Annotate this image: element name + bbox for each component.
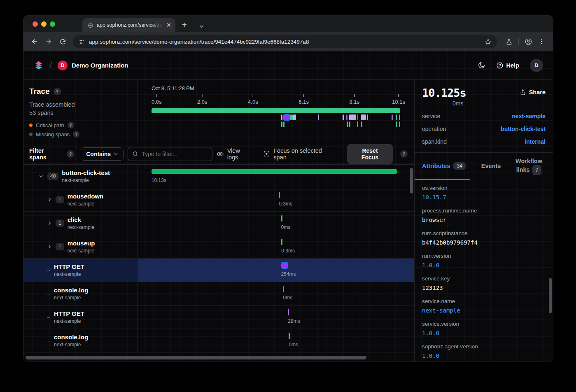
attributes-scrollbar[interactable] (549, 278, 552, 313)
reset-focus-button[interactable]: Reset Focus (347, 144, 393, 164)
new-tab-button[interactable]: + (175, 20, 193, 32)
span-row-timeline-cell[interactable]: 254ms (138, 259, 414, 282)
theme-toggle-moon-icon[interactable] (478, 61, 485, 69)
chevron-right-icon[interactable] (47, 221, 52, 226)
span-row[interactable]: 1mouseupnext-sample0.3ms (23, 235, 414, 259)
bookmark-star-icon[interactable] (485, 38, 492, 45)
org-name[interactable]: Demo Organization (72, 62, 128, 69)
span-marker[interactable] (281, 239, 282, 245)
detail-field-value[interactable]: button-click-test (501, 126, 546, 132)
legend-help-icon[interactable]: ? (68, 122, 74, 128)
minimap-span[interactable] (349, 121, 350, 127)
span-row-name-cell[interactable]: 1mousedownnext-sample (23, 188, 138, 211)
span-row[interactable]: 1mousedownnext-sample0.3ms (23, 188, 414, 212)
span-row-name-cell[interactable]: –HTTP GETnext-sample (23, 259, 138, 282)
detail-field-value[interactable]: next-sample (512, 113, 546, 119)
minimap-span[interactable] (293, 114, 296, 120)
help-button[interactable]: Help (496, 62, 519, 69)
user-avatar[interactable]: D (530, 59, 543, 72)
menu-dots-icon[interactable] (538, 38, 545, 45)
span-row-timeline-cell[interactable]: 0ms (138, 329, 414, 352)
minimize-window-button[interactable] (41, 21, 47, 27)
focus-selected-span-button[interactable]: Focus on selected span (263, 147, 336, 161)
span-marker[interactable] (289, 333, 290, 339)
span-row-name-cell[interactable]: –console.lognext-sample (23, 329, 138, 352)
chevron-right-icon[interactable] (47, 197, 52, 202)
site-settings-icon[interactable] (79, 39, 85, 45)
minimap-span[interactable] (281, 121, 282, 127)
tab-workflow-links[interactable]: Workflowlinks7 (515, 157, 542, 175)
minimap-span[interactable] (399, 114, 400, 120)
minimap-span[interactable] (357, 121, 358, 127)
maximize-window-button[interactable] (50, 21, 55, 27)
app-logo-icon[interactable] (33, 60, 44, 71)
filter-help-icon[interactable]: ? (67, 150, 74, 158)
minimap-span[interactable] (347, 121, 348, 127)
tab-attributes[interactable]: Attributes34 (422, 162, 466, 170)
minimap-span[interactable] (343, 114, 344, 120)
focus-help-icon[interactable]: ? (400, 150, 408, 158)
back-button[interactable] (28, 35, 41, 48)
view-logs-button[interactable]: View logs (217, 147, 253, 161)
org-avatar[interactable]: D (58, 61, 68, 70)
span-row[interactable]: 40button-click-testnext-sample10.13s (23, 165, 414, 188)
experiments-flask-icon[interactable] (506, 38, 513, 45)
span-table-horizontal-scrollbar[interactable] (23, 354, 414, 362)
span-table-vertical-scrollbar[interactable] (410, 168, 413, 194)
minimap-span[interactable] (367, 114, 368, 120)
minimap-span[interactable] (283, 114, 290, 121)
minimap-span-row-2[interactable] (152, 121, 405, 127)
minimap-root-bar[interactable] (152, 108, 400, 113)
close-window-button[interactable] (33, 21, 38, 27)
browser-tab[interactable]: app.sophonz.com/service/de ✕ (82, 18, 175, 32)
legend-help-icon[interactable]: ? (73, 131, 79, 138)
span-row[interactable]: –HTTP GETnext-sample254ms (23, 259, 414, 282)
span-row-name-cell[interactable]: 1clicknext-sample (23, 212, 138, 235)
span-row-timeline-cell[interactable]: 28ms (138, 306, 414, 329)
filter-operator-dropdown[interactable]: Contains (81, 147, 124, 161)
tab-events[interactable]: Events (481, 163, 501, 169)
span-row-timeline-cell[interactable]: 10.13s (138, 165, 414, 188)
chevron-right-icon[interactable] (47, 244, 52, 249)
span-row-name-cell[interactable]: –console.lognext-sample (23, 282, 138, 305)
span-row-timeline-cell[interactable]: 0.3ms (138, 235, 414, 258)
span-marker[interactable] (288, 309, 289, 315)
detail-field-value[interactable]: internal (525, 138, 546, 145)
minimap-span-row[interactable] (152, 114, 405, 120)
filter-searchbox[interactable] (128, 147, 212, 161)
hscroll-thumb[interactable] (26, 356, 366, 359)
span-row-name-cell[interactable]: –HTTP GETnext-sample (23, 306, 138, 329)
minimap-span[interactable] (318, 114, 319, 120)
minimap-span[interactable] (399, 121, 400, 127)
address-bar[interactable]: app.sophonz.com/service/demo-organizatio… (73, 35, 497, 48)
minimap-root-track[interactable] (152, 108, 405, 113)
span-marker[interactable] (152, 169, 397, 174)
trace-help-icon[interactable]: ? (54, 88, 61, 95)
span-marker[interactable] (279, 192, 280, 198)
span-row-timeline-cell[interactable]: 0.3ms (138, 188, 414, 211)
minimap-span[interactable] (392, 114, 393, 120)
minimap-span[interactable] (283, 121, 285, 127)
span-row-name-cell[interactable]: 40button-click-testnext-sample (23, 165, 138, 188)
span-row-timeline-cell[interactable]: 0ms (138, 282, 414, 305)
tab-close-icon[interactable]: ✕ (166, 21, 171, 29)
span-row-timeline-cell[interactable]: 0ms (138, 212, 414, 235)
minimap-span[interactable] (346, 114, 347, 120)
span-row[interactable]: –console.lognext-sample0ms (23, 329, 414, 352)
reload-button[interactable] (56, 35, 69, 48)
span-marker[interactable] (283, 286, 284, 292)
window-controls[interactable] (23, 21, 62, 32)
span-marker[interactable] (281, 262, 288, 269)
filter-input[interactable] (142, 151, 203, 157)
minimap-span[interactable] (361, 114, 366, 120)
minimap-span[interactable] (349, 114, 356, 120)
chevron-down-icon[interactable] (38, 174, 44, 179)
minimap-span[interactable] (290, 114, 293, 120)
span-row-name-cell[interactable]: 1mouseupnext-sample (23, 235, 138, 258)
forward-button[interactable] (42, 35, 55, 48)
span-row[interactable]: 1clicknext-sample0ms (23, 212, 414, 235)
share-button[interactable]: Share (520, 86, 546, 96)
tab-search-chevron-icon[interactable] (193, 22, 208, 32)
minimap-span[interactable] (396, 114, 397, 120)
minimap-span[interactable] (396, 121, 397, 127)
